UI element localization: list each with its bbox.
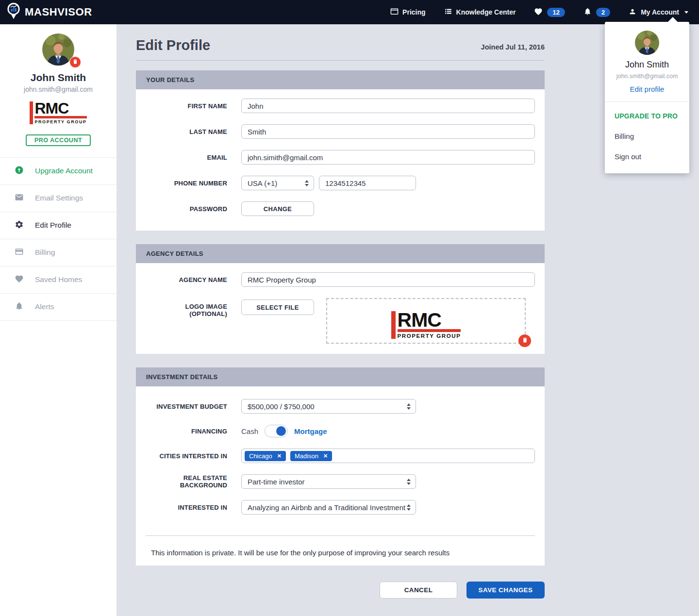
brand-name: MASHVISOR — [25, 6, 92, 18]
pricing-icon — [390, 7, 399, 17]
dropdown-user-email: john.smith@gmail.com — [605, 73, 689, 80]
last-name-input[interactable] — [241, 124, 535, 139]
agency-details-header: AGENCY DETAILS — [136, 244, 545, 263]
dropdown-upgrade-to-pro[interactable]: UPGRADE TO PRO — [615, 112, 680, 120]
cities-tags-input[interactable]: Chicago ✕ Madison ✕ — [241, 449, 535, 463]
sidebar-item-alerts[interactable]: Alerts — [0, 294, 116, 321]
brand[interactable]: MASHVISOR — [7, 2, 92, 22]
logo-image-label: LOGO IMAGE (OPTIONAL) — [146, 303, 227, 317]
real-estate-background-select[interactable]: Part-time investor — [241, 474, 416, 489]
sidebar-item-email-settings[interactable]: Email Settings — [0, 185, 116, 212]
page-title: Edit Profile — [136, 37, 210, 53]
agency-name-label: AGENCY NAME — [146, 276, 227, 283]
city-tag: Chicago ✕ — [245, 451, 286, 461]
favorites-count-badge: 12 — [547, 8, 565, 17]
first-name-input[interactable] — [241, 99, 535, 113]
nav-favorites[interactable]: 12 — [534, 7, 565, 17]
sidebar-item-label: Billing — [35, 248, 55, 257]
interested-in-select[interactable]: Analyzing an Airbnb and a Traditional In… — [241, 500, 416, 515]
nav-pricing[interactable]: Pricing — [390, 7, 425, 17]
agency-logo-bar — [30, 101, 33, 124]
person-icon — [629, 8, 636, 17]
account-dropdown: John Smith john.smith@gmail.com Edit pro… — [605, 22, 689, 173]
upgrade-circle-arrow-icon — [15, 166, 24, 177]
change-password-button[interactable]: CHANGE — [241, 201, 314, 216]
password-label: PASSWORD — [146, 205, 227, 213]
sidebar-item-label: Upgrade Account — [35, 166, 93, 175]
financing-label: FINANCING — [146, 428, 227, 435]
gear-icon — [15, 220, 24, 231]
my-account-label: My Account — [641, 8, 679, 16]
cities-interested-label: CITIES INTERSTED IN — [146, 452, 227, 460]
logo-delete-button[interactable] — [518, 334, 531, 347]
nav-notifications[interactable]: 2 — [583, 7, 610, 17]
notifications-count-badge: 2 — [596, 8, 610, 17]
save-changes-button[interactable]: SAVE CHANGES — [466, 582, 545, 599]
sidebar-item-label: Alerts — [35, 302, 54, 311]
sidebar: John Smith john.smith@gmail.com RMC PROP… — [0, 24, 116, 616]
agency-logo-sub: PROPERTY GROUP — [34, 119, 86, 124]
logo-preview-dropzone[interactable]: RMC PROPERTY GROUP — [326, 298, 526, 344]
sidebar-item-saved-homes[interactable]: Saved Homes — [0, 266, 116, 294]
phone-country-select[interactable]: USA (+1) — [241, 176, 314, 190]
agency-name-input[interactable] — [241, 272, 535, 287]
dropdown-avatar — [635, 31, 659, 55]
interested-in-value: Analyzing an Airbnb and a Traditional In… — [248, 503, 405, 512]
investment-budget-select[interactable]: $500,000 / $750,000 — [241, 399, 416, 414]
tag-remove-icon[interactable]: ✕ — [277, 453, 282, 459]
sidebar-user-name: John Smith — [0, 72, 116, 83]
credit-card-icon — [15, 247, 24, 258]
sidebar-user-email: john.smith@gmail.com — [0, 85, 116, 93]
real-estate-background-label: REAL ESTATE BACKGROUND — [146, 474, 227, 489]
knowledge-center-label: Knowledge Center — [456, 8, 516, 16]
first-name-label: FIRST NAME — [146, 102, 227, 110]
sidebar-item-edit-profile[interactable]: Edit Profile — [0, 212, 116, 239]
financing-toggle[interactable] — [265, 425, 288, 437]
bell-icon — [583, 7, 592, 17]
dropdown-edit-profile-link[interactable]: Edit profile — [605, 85, 689, 93]
agency-logo-sub: PROPERTY GROUP — [398, 333, 461, 339]
financing-cash-label: Cash — [241, 427, 258, 435]
real-estate-background-value: Part-time investor — [248, 478, 305, 486]
city-tag: Madison ✕ — [290, 451, 332, 461]
card-divider — [146, 535, 535, 536]
email-label: EMAIL — [146, 154, 227, 161]
last-name-label: LAST NAME — [146, 128, 227, 135]
phone-country-value: USA (+1) — [248, 179, 277, 187]
tag-remove-icon[interactable]: ✕ — [323, 453, 328, 459]
agency-logo-bar — [391, 311, 396, 339]
email-input[interactable] — [241, 150, 535, 165]
investment-budget-label: INVESTMENT BUDGET — [146, 403, 227, 410]
nav-knowledge-center[interactable]: Knowledge Center — [444, 7, 516, 17]
sidebar-item-label: Edit Profile — [35, 221, 71, 230]
heart-icon — [534, 7, 543, 17]
dropdown-user-name: John Smith — [605, 60, 689, 70]
mashvisor-pin-logo-icon — [7, 2, 20, 22]
envelope-icon — [15, 193, 24, 204]
investment-budget-value: $500,000 / $750,000 — [248, 402, 315, 411]
sidebar-item-label: Email Settings — [35, 194, 83, 202]
trash-icon — [522, 336, 528, 345]
select-stepper-icon — [407, 504, 411, 511]
phone-number-label: PHONE NUMBER — [146, 180, 227, 187]
agency-logo-main: RMC — [398, 311, 461, 329]
avatar-delete-button[interactable] — [69, 56, 81, 68]
nav-my-account[interactable]: My Account — [629, 8, 688, 17]
pro-account-badge: PRO ACCOUNT — [26, 134, 91, 146]
cancel-button[interactable]: CANCEL — [380, 582, 457, 599]
privacy-note: This information is private. It will be … — [146, 549, 535, 557]
bell-icon — [15, 301, 24, 313]
dropdown-sign-out[interactable]: Sign out — [615, 152, 680, 161]
interested-in-label: INTERESTED IN — [146, 504, 227, 511]
city-tag-label: Madison — [295, 452, 318, 460]
knowledge-center-icon — [444, 7, 452, 17]
phone-number-input[interactable] — [319, 176, 416, 190]
dropdown-billing[interactable]: Billing — [615, 132, 680, 140]
trash-icon — [72, 58, 78, 67]
sidebar-item-billing[interactable]: Billing — [0, 239, 116, 266]
agency-logo: RMC PROPERTY GROUP — [30, 101, 86, 124]
select-stepper-icon — [407, 479, 411, 485]
select-file-button[interactable]: SELECT FILE — [241, 300, 314, 315]
sidebar-item-upgrade-account[interactable]: Upgrade Account — [0, 158, 116, 185]
top-navbar: MASHVISOR Pricing Knowledge Center 12 2 — [0, 0, 699, 24]
